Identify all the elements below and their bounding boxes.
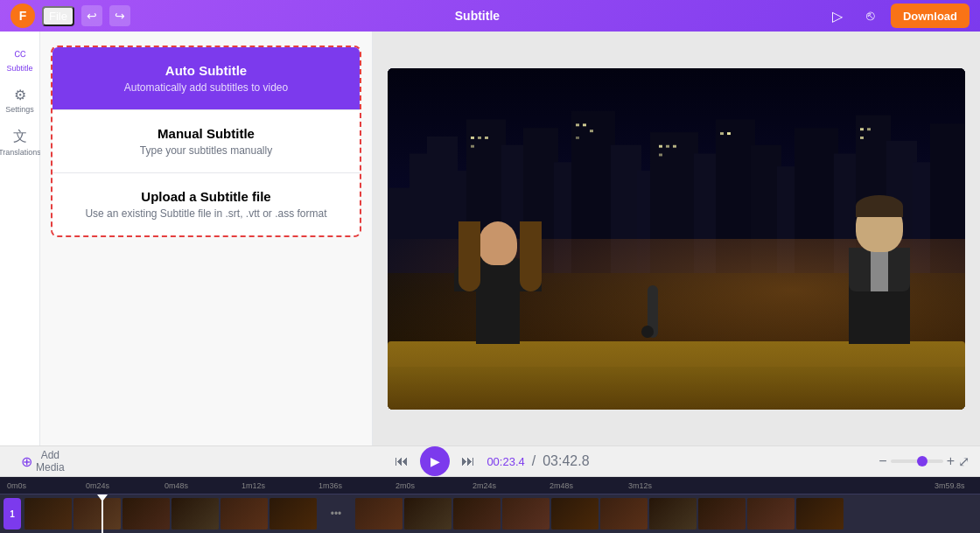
track-area: 1 ••• (0, 494, 980, 533)
zoom-in-button[interactable]: + (947, 453, 955, 469)
thumb-2 (74, 498, 121, 529)
track-label: 1 (4, 498, 21, 529)
svg-rect-35 (720, 132, 724, 135)
preview-button[interactable]: ▷ (824, 3, 850, 29)
bottom-section: ⊕ Add Media ⏮ ▶ ⏭ 00:23.4 / 03:42.8 − + … (0, 445, 980, 533)
ruler-mark-2: 0m48s (164, 481, 188, 490)
auto-subtitle-title: Auto Subtitle (66, 63, 346, 78)
sidebar-label-translations: Translations (0, 148, 41, 157)
file-menu[interactable]: File (42, 6, 74, 26)
ruler-mark-6: 2m24s (472, 481, 496, 490)
upload-subtitle-option[interactable]: Upload a Subtitle file Use an existing S… (52, 173, 360, 235)
svg-rect-34 (659, 153, 662, 156)
sidebar-item-subtitle[interactable]: ㏄ Subtitle (2, 39, 38, 78)
header-right-controls: ▷ ⎋ Download (824, 3, 970, 29)
timeline-ruler: 0m0s 0m24s 0m48s 1m12s 1m36s 2m0s 2m24s … (0, 477, 980, 494)
thumb-11 (551, 498, 598, 529)
svg-rect-37 (860, 128, 864, 130)
thumb-14 (698, 498, 746, 529)
add-media-label: Add Media (36, 449, 65, 473)
thumb-8 (404, 498, 452, 529)
manual-subtitle-title: Manual Subtitle (66, 126, 346, 141)
play-button[interactable]: ▶ (420, 446, 450, 476)
sidebar-label-settings: Settings (5, 105, 34, 114)
thumb-16 (796, 498, 844, 529)
thumb-3 (122, 498, 170, 529)
video-area (373, 32, 980, 445)
subtitle-icon: ㏄ (13, 44, 27, 62)
playback-bar: ⊕ Add Media ⏮ ▶ ⏭ 00:23.4 / 03:42.8 − + … (0, 445, 980, 477)
thumb-9 (453, 498, 500, 529)
ruler-mark-0: 0m0s (7, 481, 26, 490)
download-button[interactable]: Download (891, 4, 970, 28)
ruler-mark-9: 3m59.8s (934, 481, 965, 490)
playback-controls: ⏮ ▶ ⏭ 00:23.4 / 03:42.8 (390, 446, 589, 476)
subtitle-panel: Auto Subtitle Automatically add subtitle… (40, 32, 373, 445)
upload-subtitle-desc: Use an existing Subtitle file in .srt, .… (66, 207, 346, 220)
manual-subtitle-desc: Type your subtitles manually (66, 144, 346, 157)
svg-rect-31 (659, 144, 662, 147)
add-media-button[interactable]: ⊕ Add Media (21, 449, 65, 473)
app-logo: F (10, 4, 35, 28)
current-time: 00:23.4 (486, 455, 524, 468)
sidebar-item-translations[interactable]: 文 Translations (2, 123, 38, 162)
main-body: ㏄ Subtitle ⚙ Settings 文 Translations Aut… (0, 32, 980, 445)
upload-subtitle-title: Upload a Subtitle file (66, 189, 346, 204)
svg-rect-27 (576, 123, 579, 126)
sidebar: ㏄ Subtitle ⚙ Settings 文 Translations (0, 32, 40, 445)
zoom-out-button[interactable]: − (878, 453, 886, 469)
app-header: F File ↩ ↪ Subtitle ▷ ⎋ Download (0, 0, 980, 32)
thumb-4 (172, 498, 219, 529)
ruler-mark-7: 2m48s (550, 481, 573, 490)
thumb-5 (220, 498, 268, 529)
ruler-mark-5: 2m0s (396, 481, 415, 490)
thumb-7 (355, 498, 402, 529)
svg-rect-33 (673, 144, 676, 147)
settings-icon: ⚙ (14, 87, 26, 103)
svg-rect-25 (485, 137, 488, 139)
skip-forward-button[interactable]: ⏭ (457, 450, 480, 473)
thumb-1 (24, 498, 72, 529)
total-time: 03:42.8 (542, 453, 589, 469)
time-separator: / (532, 453, 536, 469)
skip-back-button[interactable]: ⏮ (390, 450, 413, 473)
ruler-mark-3: 1m12s (242, 481, 265, 490)
video-player[interactable] (388, 68, 965, 410)
zoom-controls: − + ⤢ (878, 453, 970, 470)
ruler-marks: 0m0s 0m24s 0m48s 1m12s 1m36s 2m0s 2m24s … (7, 479, 973, 493)
thumb-6 (270, 498, 317, 529)
track-thumbnails: ••• (24, 498, 844, 529)
manual-subtitle-option[interactable]: Manual Subtitle Type your subtitles manu… (52, 110, 360, 173)
timeline[interactable]: 0m0s 0m24s 0m48s 1m12s 1m36s 2m0s 2m24s … (0, 477, 980, 533)
svg-rect-30 (576, 137, 579, 139)
svg-rect-36 (727, 132, 731, 135)
expand-button[interactable]: ⤢ (958, 453, 970, 470)
ruler-mark-1: 0m24s (86, 481, 109, 490)
video-scene (388, 68, 965, 410)
ruler-mark-8: 3m12s (628, 481, 652, 490)
thumb-15 (747, 498, 794, 529)
svg-rect-29 (590, 130, 593, 132)
zoom-thumb (917, 456, 928, 466)
subtitle-options-container: Auto Subtitle Automatically add subtitle… (51, 46, 361, 237)
share-button[interactable]: ⎋ (858, 3, 884, 29)
svg-rect-32 (666, 144, 669, 147)
svg-rect-26 (471, 144, 474, 147)
sidebar-item-settings[interactable]: ⚙ Settings (2, 81, 38, 119)
playhead[interactable] (102, 494, 103, 533)
more-indicator: ••• (318, 498, 354, 529)
undo-button[interactable]: ↩ (81, 5, 102, 26)
svg-rect-23 (471, 137, 474, 139)
app-title: Subtitle (137, 9, 817, 23)
zoom-slider[interactable] (891, 459, 943, 463)
redo-button[interactable]: ↪ (109, 5, 130, 26)
svg-rect-39 (860, 137, 864, 139)
auto-subtitle-desc: Automatically add subtitles to video (66, 81, 346, 94)
auto-subtitle-option[interactable]: Auto Subtitle Automatically add subtitle… (52, 47, 360, 110)
thumb-13 (649, 498, 696, 529)
ruler-mark-4: 1m36s (318, 481, 342, 490)
sidebar-label-subtitle: Subtitle (6, 64, 32, 73)
translations-icon: 文 (13, 128, 27, 146)
thumb-12 (600, 498, 648, 529)
svg-rect-28 (583, 123, 586, 126)
